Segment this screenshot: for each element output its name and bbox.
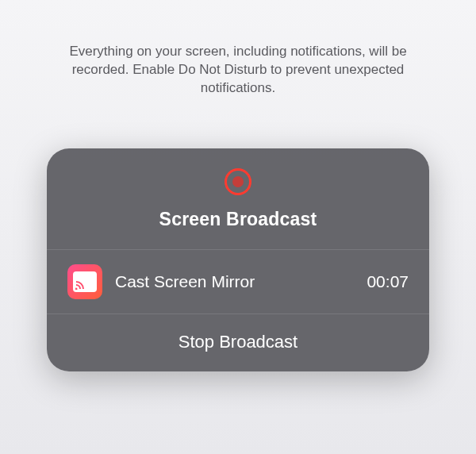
recording-disclaimer-text: Everything on your screen, including not…: [63, 43, 413, 98]
record-icon: [222, 166, 254, 198]
svg-point-0: [75, 287, 78, 290]
broadcast-app-name: Cast Screen Mirror: [115, 272, 354, 291]
broadcast-timer: 00:07: [367, 272, 409, 291]
cast-app-icon: [67, 264, 102, 299]
stop-broadcast-button[interactable]: Stop Broadcast: [47, 314, 429, 371]
broadcast-app-row[interactable]: Cast Screen Mirror 00:07: [47, 250, 429, 314]
broadcast-modal: Screen Broadcast Cast Screen Mirror 00:0…: [47, 148, 429, 371]
modal-title: Screen Broadcast: [159, 209, 317, 230]
modal-header: Screen Broadcast: [47, 148, 429, 249]
stop-broadcast-label: Stop Broadcast: [178, 332, 298, 352]
